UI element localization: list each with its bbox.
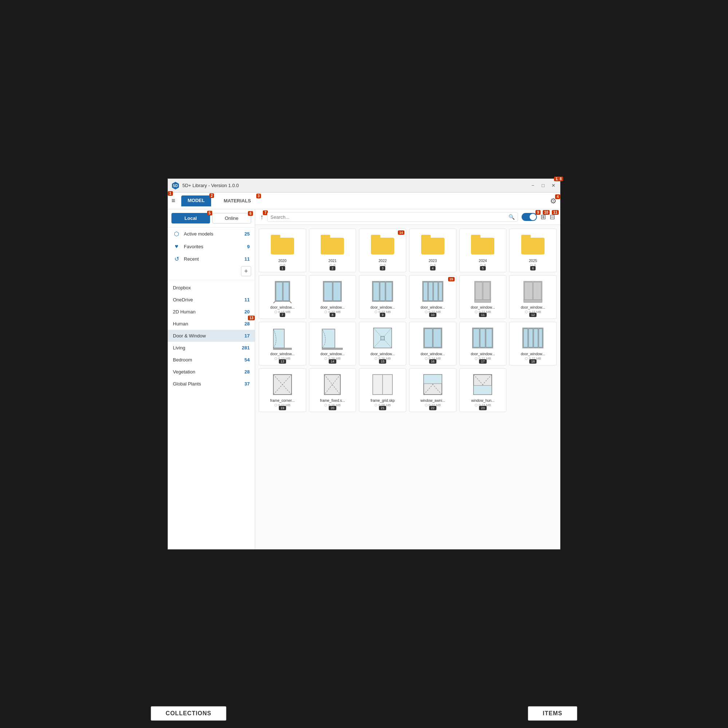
grid-folder-2020[interactable]: 2020 ⬡ 0 1 [259, 229, 306, 272]
item-name: door_window... [512, 352, 553, 356]
grid-item-14[interactable]: door_window... ⬡ 0.28 MB 14 [309, 322, 356, 366]
add-collection-button[interactable]: + [241, 266, 251, 276]
folder-name: 2024 [463, 259, 503, 263]
size-icon: ⬡ [274, 403, 277, 407]
search-input[interactable] [271, 214, 509, 220]
svg-rect-15 [423, 282, 428, 301]
grid-item-13[interactable]: door_window... ⬡ 0.23 MB 13 [259, 322, 306, 366]
sidebar-item-favorites[interactable]: ♥ Favorites 9 [168, 240, 255, 252]
item-name: frame_grid.skp [362, 399, 403, 402]
svg-rect-30 [322, 348, 343, 350]
grid-item-21[interactable]: frame_grid.skp ⬡ 0.08 MB 21 [359, 369, 406, 412]
main-content: Local 5 Online 6 ⬡ Active models 25 ♥ Fa… [168, 209, 560, 549]
item-number: 23 [479, 406, 486, 410]
filter-wrapper: ⊟ 11 [550, 213, 555, 221]
item-name: door_window... [463, 305, 503, 309]
folder-icon [321, 235, 344, 254]
sidebar-category-human[interactable]: Human 13 28 [168, 318, 255, 330]
sidebar-category-bedroom[interactable]: Bedroom 54 [168, 354, 255, 366]
sidebar-category-globalplants[interactable]: Global Plants 37 [168, 378, 255, 390]
folder-body [271, 238, 294, 254]
btn-local[interactable]: Local 5 [171, 213, 210, 223]
svg-rect-37 [433, 329, 441, 347]
grid-folder-2024[interactable]: 2024 ⬡ 0 5 [459, 229, 507, 272]
item-number: 19 [279, 406, 286, 410]
grid-folder-2023[interactable]: 2023 ⬡ 0 4 [409, 229, 456, 272]
folder-name: 2025 [512, 259, 553, 263]
item-thumb [370, 372, 395, 397]
svg-line-5 [273, 301, 275, 303]
category-label: Global Plants [173, 381, 245, 387]
add-collection-row: 12 + [168, 265, 255, 278]
settings-gear[interactable]: ⚙ 4 [550, 197, 557, 205]
grid-folder-2021[interactable]: 2021 ⬡ 0 2 [309, 229, 356, 272]
grid-item-10[interactable]: door_window... ⬡ 0.22 MB 10 15 [409, 275, 456, 319]
menu-hamburger-icon[interactable]: ≡ 1 [171, 197, 176, 205]
svg-rect-39 [473, 329, 479, 347]
minimize-button[interactable]: − [530, 182, 536, 189]
category-count: 281 [242, 345, 250, 350]
svg-rect-8 [324, 282, 332, 301]
tab-model[interactable]: MODEL 2 [181, 196, 211, 206]
folder-thumb [520, 232, 546, 257]
tab-materials[interactable]: MATERIALS 3 [217, 196, 257, 206]
category-label: Door & Window [173, 333, 245, 338]
item-thumb [420, 325, 445, 350]
grid-item-23[interactable]: window_hun... ⬡ 0.23 MB 23 [459, 369, 507, 412]
folder-thumb [320, 232, 345, 257]
grid-item-17[interactable]: door_window... ⬡ 0.22 MB 17 [459, 322, 507, 366]
item-number: 8 [330, 313, 335, 317]
sidebar-category-2dhuman[interactable]: 2D Human 20 [168, 306, 255, 318]
grid-item-9[interactable]: door_window... ⬡ 0.22 MB 9 [359, 275, 406, 319]
size-icon: ⬡ [475, 403, 477, 407]
grid-item-8[interactable]: door_window... ⬡ 0.22 MB 8 [309, 275, 356, 319]
sidebar-category-living[interactable]: Living 281 [168, 342, 255, 354]
size-icon: ⬡ [425, 310, 428, 314]
sidebar-item-recent[interactable]: ↺ Recent 11 [168, 252, 255, 265]
sidebar-category-door&window[interactable]: Door & Window 17 [168, 330, 255, 342]
grid-item-19[interactable]: frame_corner... ⬡ 0.22 MB 19 [259, 369, 306, 412]
grid-item-22[interactable]: window_awni... ⬡ 0.22 MB 22 [409, 369, 456, 412]
grid-folder-2022[interactable]: 2022 ⬡ 0 3 14 [359, 229, 406, 272]
items-button[interactable]: ITEMS [528, 706, 577, 721]
active-models-count: 25 [245, 231, 250, 237]
close-button[interactable]: ✕ [550, 182, 557, 189]
svg-rect-36 [424, 329, 433, 347]
grid-item-18[interactable]: door_window... ⬡ 0.22 MB 18 [509, 322, 557, 366]
favorites-count: 9 [247, 244, 250, 249]
folder-name: 2023 [412, 259, 453, 263]
svg-rect-45 [534, 329, 538, 347]
grid-item-7[interactable]: door_window... ⬡ 0.15 MB 7 [259, 275, 306, 319]
maximize-button[interactable]: □ [540, 182, 546, 189]
grid-item-12[interactable]: door_window... ⬡ 0.27 MB 12 [509, 275, 557, 319]
menu-badge-1: 1 [168, 191, 173, 196]
grid-item-20[interactable]: frame_fixed.s... ⬡ 0.16 MB 20 [309, 369, 356, 412]
sidebar-item-active-models[interactable]: ⬡ Active models 25 [168, 228, 255, 240]
svg-line-6 [290, 301, 292, 303]
sidebar-category-dropbox[interactable]: Dropbox [168, 282, 255, 294]
category-count: 54 [245, 357, 250, 362]
svg-rect-27 [273, 329, 284, 348]
recent-icon: ↺ [173, 255, 180, 262]
sidebar-category-vegetation[interactable]: Vegetation 28 [168, 366, 255, 378]
recent-count: 11 [245, 256, 250, 262]
sidebar-category-onedrive[interactable]: OneDrive 11 [168, 294, 255, 306]
content-toolbar: ↑ 7 🔍 8 9 ⊞ 10 [255, 209, 560, 225]
svg-rect-12 [380, 282, 385, 301]
item-thumb [470, 278, 496, 304]
grid-item-16[interactable]: door_window... ⬡ 0.24 MB 16 [409, 322, 456, 366]
btn-online[interactable]: Online 6 [212, 213, 252, 223]
category-label: Vegetation [173, 369, 245, 375]
collections-button[interactable]: COLLECTIONS [151, 706, 226, 721]
sidebar-divider-1 [168, 280, 255, 280]
grid-item-15[interactable]: door_window... ⬡ 0.26 MB 15 [359, 322, 406, 366]
grid-folder-2025[interactable]: 2025 ⬡ 0 6 [509, 229, 557, 272]
search-box: 🔍 [267, 212, 518, 222]
item-number: 9 [380, 313, 385, 317]
badge-10: 10 [543, 210, 550, 215]
toggle-switch[interactable] [522, 213, 537, 221]
grid-item-11[interactable]: door_window... ⬡ 0.27 MB 11 [459, 275, 507, 319]
folder-number: 1 [280, 266, 285, 271]
size-icon: ⬡ [425, 357, 428, 360]
category-badge: 13 [248, 316, 255, 320]
